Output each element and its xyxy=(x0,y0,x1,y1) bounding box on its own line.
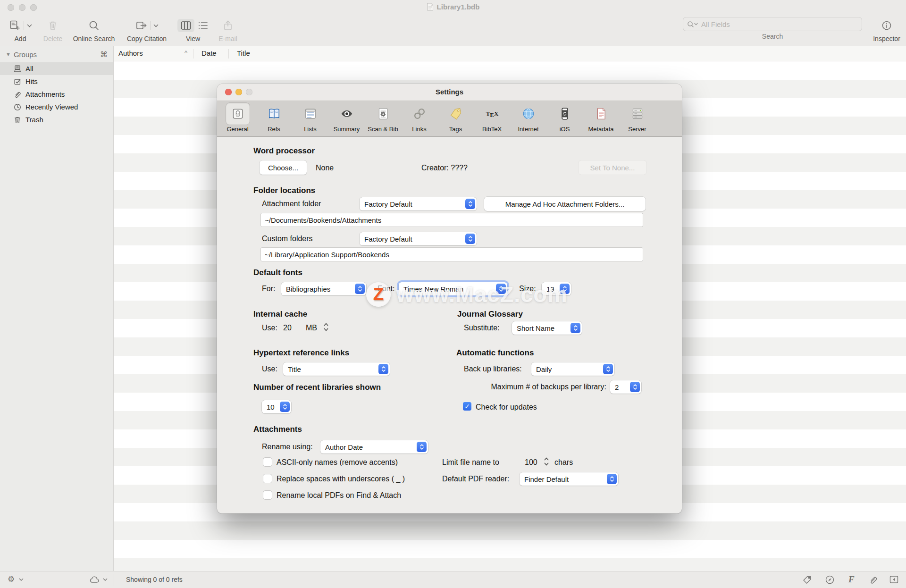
size-select[interactable]: 13 xyxy=(542,282,571,295)
search-magnifier-icon[interactable] xyxy=(687,21,698,28)
attachment-folder-select[interactable]: Factory Default xyxy=(360,197,477,210)
max-backups-select[interactable]: 2 xyxy=(610,380,641,394)
rename-local-pdfs-checkbox[interactable] xyxy=(263,491,272,499)
globe-icon xyxy=(517,103,540,125)
collapse-panel-icon[interactable] xyxy=(889,575,899,584)
sidebar-item-trash[interactable]: Trash xyxy=(0,113,113,126)
backup-frequency-select[interactable]: Daily xyxy=(531,362,614,376)
sidebar-item-attachments[interactable]: Attachments xyxy=(0,88,113,101)
hypertext-use-label: Use: xyxy=(262,365,277,373)
disclosure-triangle-icon[interactable]: ▼ xyxy=(6,51,11,57)
inspector-button[interactable]: Inspector xyxy=(870,17,904,42)
column-title[interactable]: Title xyxy=(237,49,250,57)
column-divider[interactable] xyxy=(228,49,229,59)
sidebar-item-hits[interactable]: Hits xyxy=(0,75,113,88)
chars-label: chars xyxy=(554,458,573,467)
tab-server[interactable]: Server xyxy=(619,101,655,136)
for-select[interactable]: Bibliographies xyxy=(281,282,366,295)
add-chevron-icon[interactable] xyxy=(27,24,32,27)
sort-indicator: ^ xyxy=(185,49,187,56)
choose-button[interactable]: Choose... xyxy=(260,160,307,175)
column-divider[interactable] xyxy=(193,49,193,59)
tab-tags[interactable]: Tags xyxy=(437,101,474,136)
font-label: Font: xyxy=(378,285,394,293)
backup-libraries-label: Back up libraries: xyxy=(464,365,522,373)
gear-icon[interactable]: ⚙ xyxy=(8,575,15,584)
custom-folders-path-field[interactable]: ~/Library/Application Support/Bookends xyxy=(261,248,643,261)
gear-chevron-icon[interactable] xyxy=(19,578,24,581)
copy-citation-button[interactable]: Copy Citation xyxy=(118,17,175,42)
column-date[interactable]: Date xyxy=(201,49,217,57)
cloud-icon[interactable] xyxy=(89,575,100,584)
sidebar-item-all[interactable]: All xyxy=(0,62,113,75)
cache-size-value[interactable]: 20 xyxy=(283,324,292,332)
ascii-only-checkbox[interactable] xyxy=(263,458,272,466)
book-icon xyxy=(262,103,286,125)
attachment-folder-label: Attachment folder xyxy=(262,200,321,208)
attachment-path-field[interactable]: ~/Documents/Bookends/Attachments xyxy=(261,213,643,227)
column-authors[interactable]: Authors xyxy=(118,49,143,57)
iphone-sync-icon xyxy=(553,103,577,125)
replace-spaces-checkbox[interactable] xyxy=(263,474,272,483)
replace-spaces-label: Replace spaces with underscores ( _ ) xyxy=(277,475,405,483)
substitute-select[interactable]: Short Name xyxy=(512,321,582,335)
delete-button[interactable]: Delete xyxy=(41,17,65,42)
custom-folders-select[interactable]: Factory Default xyxy=(360,232,477,245)
default-pdf-reader-label: Default PDF reader: xyxy=(442,475,509,483)
check-for-updates-checkbox[interactable] xyxy=(463,402,471,411)
cloud-chevron-icon[interactable] xyxy=(103,578,108,581)
tab-lists[interactable]: Lists xyxy=(292,101,328,136)
tab-metadata[interactable]: Metadata xyxy=(583,101,619,136)
svg-text:TEX: TEX xyxy=(486,110,498,118)
recent-libraries-select[interactable]: 10 xyxy=(262,400,291,413)
tab-scan-bib[interactable]: Scan & Bib xyxy=(365,101,401,136)
share-icon xyxy=(222,20,234,31)
hypertext-use-select[interactable]: Title xyxy=(283,362,390,376)
tab-internet[interactable]: Internet xyxy=(510,101,546,136)
search-field[interactable] xyxy=(683,17,862,31)
max-backups-label: Maximum # of backups per library: xyxy=(476,383,606,391)
limit-filename-stepper[interactable] xyxy=(543,456,550,466)
settings-tab-bar: General Refs Lists Summary Scan & Bib xyxy=(217,100,682,137)
view-columns-button[interactable] xyxy=(177,19,194,32)
tab-refs[interactable]: Refs xyxy=(256,101,292,136)
size-label: Size: xyxy=(519,285,536,293)
tag-icon[interactable] xyxy=(802,575,812,585)
cache-stepper[interactable] xyxy=(323,321,329,332)
view-list-button[interactable] xyxy=(197,20,209,31)
tab-links[interactable]: Links xyxy=(401,101,437,136)
email-button[interactable]: E-mail xyxy=(211,17,244,42)
custom-folders-label: Custom folders xyxy=(262,235,313,243)
tag-icon xyxy=(444,103,468,125)
default-pdf-reader-select[interactable]: Finder Default xyxy=(520,472,618,486)
sidebar-item-recently-viewed[interactable]: Recently Viewed xyxy=(0,101,113,113)
divider xyxy=(24,21,24,30)
copy-citation-chevron-icon[interactable] xyxy=(153,24,159,27)
word-processor-value: None xyxy=(316,164,334,172)
limit-filename-value[interactable]: 100 xyxy=(525,458,537,467)
view-control: View xyxy=(172,17,214,42)
rename-using-select[interactable]: Author Date xyxy=(320,440,428,454)
formatting-icon[interactable]: F xyxy=(848,574,855,585)
online-search-button[interactable]: Online Search xyxy=(68,17,120,42)
metadata-document-icon xyxy=(589,103,613,125)
search-input[interactable] xyxy=(700,20,844,29)
browse-compass-icon[interactable] xyxy=(825,575,835,585)
rename-local-pdfs-label: Rename local PDFs on Find & Attach xyxy=(277,491,401,500)
tab-ios[interactable]: iOS xyxy=(546,101,583,136)
clock-icon xyxy=(13,103,22,111)
font-select[interactable]: Times New Roman xyxy=(399,282,507,295)
tab-general[interactable]: General xyxy=(219,101,256,136)
set-to-none-button[interactable]: Set To None... xyxy=(579,160,646,175)
tab-bibtex[interactable]: TEX BibTeX xyxy=(474,101,510,136)
popup-chevrons-icon xyxy=(280,402,290,412)
divider xyxy=(150,21,151,30)
add-button[interactable]: Add xyxy=(7,17,34,42)
copy-citation-icon xyxy=(135,20,147,31)
substitute-label: Substitute: xyxy=(464,324,500,332)
tab-summary[interactable]: Summary xyxy=(328,101,365,136)
attachment-paperclip-icon[interactable] xyxy=(868,575,878,585)
groups-header[interactable]: ▼ Groups ⌘ xyxy=(0,46,113,62)
manage-adhoc-folders-button[interactable]: Manage Ad Hoc Attachment Folders... xyxy=(484,197,646,211)
checkbox-check-icon xyxy=(13,77,22,86)
